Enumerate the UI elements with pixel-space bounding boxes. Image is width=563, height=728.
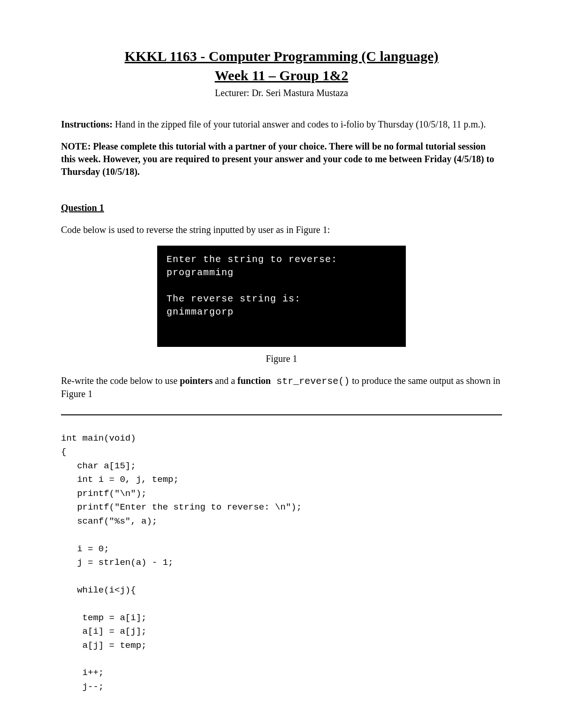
terminal-output: Enter the string to reverse: programming…	[157, 246, 406, 347]
code-block: int main(void) { char a[15]; int i = 0, …	[61, 432, 502, 694]
rewrite-func-name: str_reverse()	[271, 376, 350, 387]
instructions-text: Hand in the zipped file of your tutorial…	[113, 119, 486, 129]
rewrite-mid: and a	[213, 375, 237, 386]
terminal-wrapper: Enter the string to reverse: programming…	[61, 246, 502, 347]
rewrite-function: function	[237, 375, 271, 386]
document-header: KKKL 1163 - Computer Programming (C lang…	[61, 47, 502, 99]
note-paragraph: NOTE: Please complete this tutorial with…	[61, 140, 502, 178]
lecturer-name: Lecturer: Dr. Seri Mastura Mustaza	[61, 87, 502, 99]
week-subtitle: Week 11 – Group 1&2	[61, 66, 502, 85]
figure-caption: Figure 1	[61, 353, 502, 365]
rewrite-pre: Re-write the code below to use	[61, 375, 180, 386]
question-heading: Question 1	[61, 202, 502, 214]
course-title: KKKL 1163 - Computer Programming (C lang…	[61, 47, 502, 66]
question-intro: Code below is used to reverse the string…	[61, 224, 502, 236]
instructions-label: Instructions:	[61, 119, 113, 129]
rewrite-pointers: pointers	[180, 375, 213, 386]
instructions-paragraph: Instructions: Hand in the zipped file of…	[61, 118, 502, 131]
section-divider	[61, 414, 502, 415]
rewrite-instruction: Re-write the code below to use pointers …	[61, 375, 502, 400]
